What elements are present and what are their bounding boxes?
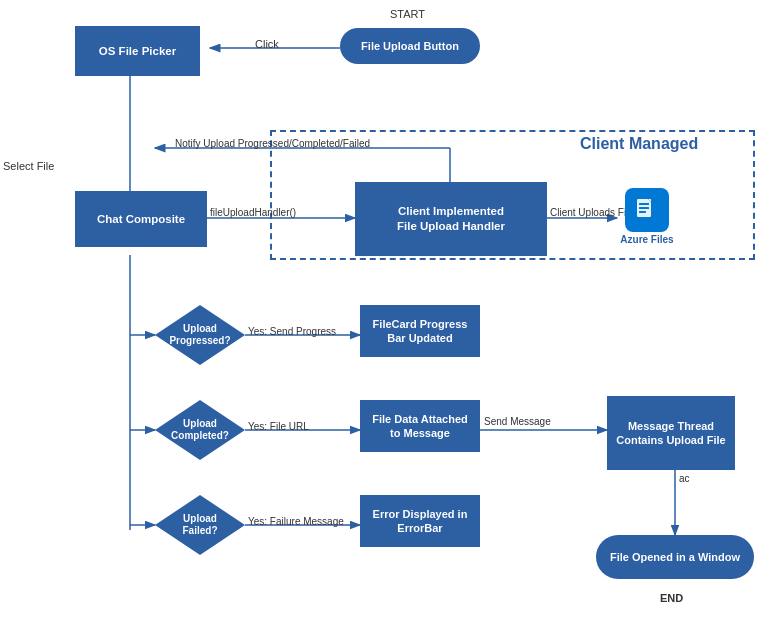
svg-rect-22 <box>639 211 646 213</box>
yes-file-url-label: Yes: File URL <box>248 421 309 432</box>
svg-rect-23 <box>648 199 651 202</box>
os-file-picker-box: OS File Picker <box>75 26 200 76</box>
file-data-attached-box: File Data Attached to Message <box>360 400 480 452</box>
notify-upload-label: Notify Upload Progressed/Completed/Faile… <box>175 138 370 149</box>
click-label: Click <box>255 38 279 50</box>
filecard-progress-box: FileCard Progress Bar Updated <box>360 305 480 357</box>
client-upload-handler-box: Client Implemented File Upload Handler <box>355 182 547 256</box>
yes-failure-message-label: Yes: Failure Message <box>248 516 344 527</box>
file-upload-handler-label: fileUploadHandler() <box>210 207 296 218</box>
azure-files-box: Azure Files <box>617 188 677 245</box>
file-upload-button-pill: File Upload Button <box>340 28 480 64</box>
client-managed-label: Client Managed <box>580 135 698 153</box>
diagram: START File Upload Button Click OS File P… <box>0 0 771 619</box>
azure-files-label: Azure Files <box>620 234 673 245</box>
select-file-label: Select File <box>3 160 54 172</box>
ac-label: ac <box>679 473 690 484</box>
yes-send-progress-label: Yes: Send Progress <box>248 326 336 337</box>
svg-rect-21 <box>639 207 649 209</box>
upload-progressed-diamond: Upload Progressed? <box>155 305 245 365</box>
upload-failed-diamond: Upload Failed? <box>155 495 245 555</box>
error-displayed-box: Error Displayed in ErrorBar <box>360 495 480 547</box>
send-message-label: Send Message <box>484 416 551 427</box>
upload-completed-diamond: Upload Completed? <box>155 400 245 460</box>
file-opened-pill: File Opened in a Window <box>596 535 754 579</box>
message-thread-box: Message Thread Contains Upload File <box>607 396 735 470</box>
start-label: START <box>390 8 425 20</box>
svg-rect-20 <box>639 203 649 205</box>
azure-files-icon <box>625 188 669 232</box>
chat-composite-box: Chat Composite <box>75 191 207 247</box>
end-label: END <box>660 592 683 604</box>
